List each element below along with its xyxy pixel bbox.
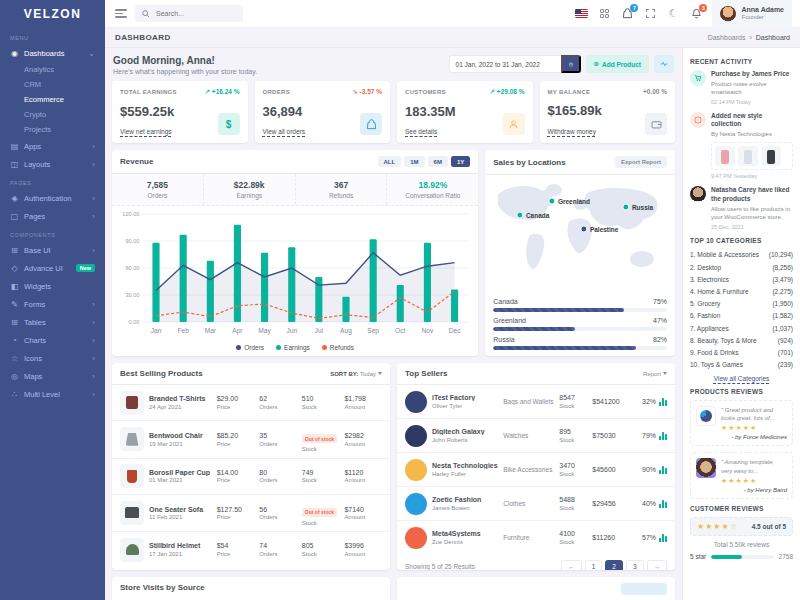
sidebar-item-charts[interactable]: ◔ Charts › [0, 331, 105, 349]
page-button-3[interactable]: 3 [626, 560, 644, 570]
seller-logo [405, 425, 427, 447]
svg-text:May: May [258, 327, 271, 335]
report-dropdown[interactable]: Report [643, 371, 667, 377]
reviewer-logo [696, 406, 716, 426]
dark-mode-button[interactable]: ☾ [666, 7, 680, 21]
web-apps-button[interactable] [597, 7, 611, 21]
prev-page-button[interactable]: ← [561, 560, 582, 570]
see-details-link[interactable]: See details [405, 128, 437, 135]
language-flag-button[interactable] [574, 7, 588, 21]
notification-badge: 3 [699, 4, 707, 12]
sidebar-item-maps[interactable]: ◎ Maps › [0, 367, 105, 385]
breadcrumb-parent[interactable]: Dashboards [708, 34, 746, 41]
seller-row[interactable]: Digitech GalaxyJohn Roberts Watches 895S… [397, 419, 675, 453]
top-categories-title: TOP 10 CATEGORIES [690, 237, 793, 244]
sidebar-item-projects[interactable]: Projects [0, 122, 105, 137]
sidebar-item-base-ui[interactable]: ⊞ Base UI › [0, 241, 105, 259]
search-icon [142, 10, 150, 18]
product-row[interactable]: Stillbird Helmet17 Jan 2021 $54Price 74O… [112, 532, 390, 567]
top-sellers-card: Top Sellers Report iTest FactoryOliver T… [397, 363, 675, 570]
view-net-earnings-link[interactable]: View net earnings [120, 128, 172, 135]
sidebar-item-icons[interactable]: ☆ Icons › [0, 349, 105, 367]
svg-text:Feb: Feb [177, 327, 189, 334]
table-footer: Showing 5 of 25 Results ← 1 2 3 → [112, 567, 390, 570]
sidebar-item-advance-ui[interactable]: ◇ Advance UI New [0, 259, 105, 277]
product-review-item[interactable]: " Great product and looks great, lots of… [690, 400, 793, 447]
user-profile-button[interactable]: Anna Adame Founder [712, 0, 792, 28]
tab-1m[interactable]: 1M [404, 156, 424, 167]
page-button-1[interactable]: 1 [585, 560, 603, 570]
withdraw-money-link[interactable]: Withdraw money [548, 128, 596, 135]
seller-logo [405, 391, 427, 413]
mini-chart-icon [659, 398, 667, 406]
tab-all[interactable]: ALL [378, 156, 402, 167]
world-map[interactable]: GreenlandCanadaRussiaPalestine [485, 175, 675, 291]
product-row[interactable]: Borosil Paper Cup01 Mar 2021 $14.00Price… [112, 459, 390, 495]
seller-row[interactable]: Meta4SystemsZoe Dennis Furniture 4100Sto… [397, 521, 675, 554]
middle-row: Revenue ALL 1M 6M 1Y 7,585Orders $22.89k… [112, 150, 675, 356]
cart-icon [690, 70, 706, 86]
hamburger-menu-icon[interactable] [115, 9, 127, 18]
sidebar-item-tables[interactable]: ⊞ Tables › [0, 313, 105, 331]
product-row[interactable]: Branded T-Shirts24 Apr 2021 $29.00Price … [112, 385, 390, 421]
seller-row[interactable]: iTest FactoryOliver Tyler Bags and Walle… [397, 385, 675, 419]
sidebar-item-authentication[interactable]: ◈ Authentication › [0, 189, 105, 207]
notifications-button[interactable]: 3 [689, 7, 703, 21]
revenue-range-tabs: ALL 1M 6M 1Y [378, 156, 471, 167]
activity-pulse-button[interactable] [654, 55, 674, 73]
activity-item[interactable]: Added new style collection By Nesta Tech… [690, 112, 793, 180]
pulse-icon [660, 60, 668, 68]
activity-item[interactable]: Natasha Carey have liked the products Al… [690, 186, 793, 229]
svg-text:0.00: 0.00 [129, 319, 140, 325]
partial-card [397, 577, 675, 600]
chevron-right-icon: › [92, 318, 95, 327]
sidebar-item-crypto[interactable]: Crypto [0, 107, 105, 122]
sales-by-locations-card: Sales by Locations Export Report Greenla… [485, 150, 675, 356]
calendar-button[interactable] [561, 55, 581, 73]
date-range-input[interactable]: 01 Jan, 2022 to 31 Jan, 2022 [449, 55, 561, 73]
sidebar-item-dashboards[interactable]: ◉ Dashboards ⌄ [0, 44, 105, 62]
advance-ui-icon: ◇ [10, 264, 19, 273]
view-all-categories-link[interactable]: View all Categories [690, 375, 793, 382]
svg-text:Apr: Apr [232, 327, 243, 335]
brand-logo[interactable]: VELZON [0, 0, 105, 28]
sidebar-item-forms[interactable]: ✎ Forms › [0, 295, 105, 313]
sidebar-item-apps[interactable]: ▤ Apps › [0, 137, 105, 155]
partial-action-button[interactable] [621, 583, 667, 595]
product-row[interactable]: Bentwood Chair19 Mar 2021 $85.20Price 35… [112, 421, 390, 459]
right-rail: RECENT ACTIVITY Purchase by James Price … [682, 48, 800, 600]
next-page-button[interactable]: → [647, 560, 668, 570]
cart-button[interactable]: 7 [620, 7, 634, 21]
tab-6m[interactable]: 6M [428, 156, 448, 167]
chevron-right-icon: › [92, 390, 95, 399]
seller-logo [405, 527, 427, 549]
layouts-icon: ◫ [10, 160, 19, 169]
activity-item[interactable]: Purchase by James Price Product noise ev… [690, 70, 793, 105]
fullscreen-button[interactable] [643, 7, 657, 21]
sidebar-item-layouts[interactable]: ◫ Layouts › [0, 155, 105, 173]
svg-text:Russia: Russia [632, 204, 654, 211]
search-input[interactable] [154, 9, 236, 18]
moon-icon: ☾ [669, 8, 679, 19]
product-row[interactable]: One Seater Sofa11 Feb 2021 $127.50Price … [112, 495, 390, 533]
product-review-item[interactable]: " Amazing template, very easy to... ★★★★… [690, 452, 793, 499]
collection-thumbnails[interactable] [711, 142, 793, 170]
sidebar-item-widgets[interactable]: ◧ Widgets [0, 277, 105, 295]
chevron-right-icon: › [92, 354, 95, 363]
stat-card-total-earnings: TOTAL EARNINGS ↗ +16.24 % $559.25k View … [112, 81, 248, 143]
sort-by-dropdown[interactable]: SORT BY: Today [330, 371, 382, 377]
add-product-button[interactable]: ⊕ Add Product [586, 55, 649, 73]
sidebar-item-multi-level[interactable]: ∴ Multi Level › [0, 385, 105, 403]
seller-row[interactable]: Nesta TechnologiesHarley Fuller Bike Acc… [397, 453, 675, 487]
page-button-2[interactable]: 2 [605, 560, 623, 570]
view-all-orders-link[interactable]: View all orders [263, 128, 306, 135]
tab-1y[interactable]: 1Y [451, 156, 470, 167]
export-report-button[interactable]: Export Report [615, 156, 667, 168]
search-box [135, 5, 243, 22]
sidebar-item-ecommerce[interactable]: Ecommerce [0, 92, 105, 107]
seller-row[interactable]: Zoetic FashionJames Bowen Clothes 5488St… [397, 487, 675, 521]
sidebar-item-crm[interactable]: CRM [0, 77, 105, 92]
sidebar-item-pages[interactable]: ▢ Pages › [0, 207, 105, 225]
charts-icon: ◔ [10, 336, 19, 345]
sidebar-item-analytics[interactable]: Analytics [0, 62, 105, 77]
